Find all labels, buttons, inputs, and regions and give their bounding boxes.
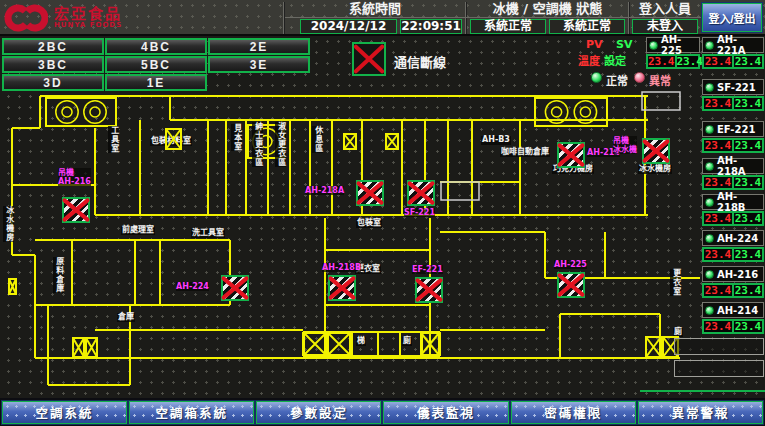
empty-slot xyxy=(674,338,764,355)
sv-value: 23.4 xyxy=(732,177,762,188)
room-label: 咖啡自動倉庫 xyxy=(500,148,550,157)
comm-loss-label: 通信斷線 xyxy=(394,52,446,71)
pv-label: PV xyxy=(586,38,603,51)
comm-loss-icon xyxy=(352,42,386,76)
room-label: 休息區 xyxy=(312,126,323,153)
room-label: 冰水機房 xyxy=(638,165,672,174)
equipment-panel-ah-214[interactable]: AH-214 xyxy=(702,302,764,318)
status-led-icon xyxy=(705,306,714,315)
company-logo: 宏亞食品 HUNYA FOODS xyxy=(4,1,254,35)
room-label: 更衣室 xyxy=(670,269,681,296)
ahu-unit-offline-icon[interactable] xyxy=(407,180,435,206)
floor-button-4bc[interactable]: 4BC xyxy=(105,38,207,55)
equipment-values: 23.423.4 xyxy=(702,247,764,262)
ahu-unit-offline-icon[interactable] xyxy=(328,275,356,301)
room-label: 見本室 xyxy=(231,124,242,151)
pv-value: 23.4 xyxy=(704,213,732,224)
equipment-values: 23.423.4 xyxy=(702,283,764,298)
ahu-unit-label: AH-218B xyxy=(322,263,361,272)
ahu-unit-offline-icon[interactable] xyxy=(62,197,90,223)
ahu-unit-offline-icon[interactable] xyxy=(415,277,443,303)
equipment-values: 23.423.4 xyxy=(702,175,764,190)
sv-label: SV xyxy=(616,38,632,51)
top-header: 宏亞食品 HUNYA FOODS 系統時間 2024/12/12 22:09:5… xyxy=(0,0,765,36)
room-label: 廁 xyxy=(402,337,412,346)
status-led-icon xyxy=(705,41,714,50)
equipment-name: AH-218B xyxy=(717,191,761,213)
floor-nav: 2BC4BC2E3BC5BC3E3D1E xyxy=(2,38,310,91)
ahu-unit-label: AH-224 xyxy=(176,282,209,291)
pv-value: 23.4 xyxy=(704,56,732,67)
pv-value: 23.4 xyxy=(648,56,675,67)
floor-button-2bc[interactable]: 2BC xyxy=(2,38,104,55)
login-user-title: 登入人員 xyxy=(628,1,702,16)
ahu-unit-offline-icon[interactable] xyxy=(221,275,249,301)
room-label: 紳士更衣區 xyxy=(252,122,263,167)
equipment-panel-ah-218a[interactable]: AH-218A xyxy=(702,158,764,174)
equipment-values: 23.423.4 xyxy=(702,138,764,153)
pv-value: 23.4 xyxy=(704,140,732,151)
stairs-icon xyxy=(645,336,662,358)
stairs-icon xyxy=(420,332,440,356)
stairs-icon xyxy=(8,278,17,295)
status-led-icon xyxy=(649,41,658,50)
hmi-screen: 工具室包裝材料室見本室紳士更衣區淑女更衣區休息區AH-B3咖啡自動倉庫巧克力機房… xyxy=(0,0,765,426)
bottom-nav-[interactable]: 參數設定 xyxy=(256,401,381,424)
equipment-panel-ah-221a[interactable]: AH-221A xyxy=(702,37,764,53)
equipment-name: AH-225 xyxy=(661,34,697,56)
ahu-unit-offline-icon[interactable] xyxy=(557,272,585,298)
floor-button-2e[interactable]: 2E xyxy=(208,38,310,55)
equipment-panel-ah-224[interactable]: AH-224 xyxy=(702,230,764,246)
floor-button-1e[interactable]: 1E xyxy=(105,74,207,91)
ahu-unit-offline-icon[interactable] xyxy=(557,142,585,168)
equipment-panel-ah-225[interactable]: AH-225 xyxy=(646,37,700,53)
equipment-panel-sf-221[interactable]: SF-221 xyxy=(702,79,764,95)
bottom-nav-[interactable]: 密碼權限 xyxy=(511,401,636,424)
sv-value: 23.4 xyxy=(732,140,762,151)
pv-value: 23.4 xyxy=(704,321,732,332)
spiral-stair-icon xyxy=(535,98,607,126)
equipment-panel-ah-216[interactable]: AH-216 xyxy=(702,266,764,282)
ahu-unit-label: 吊機 冰水機 xyxy=(613,136,637,154)
bottom-bar: 空調系統空調箱系統參數設定儀表監視密碼權限異常警報 xyxy=(0,398,765,426)
ahu-unit-label: 吊機 AH-216 xyxy=(58,168,91,186)
equipment-panel-ef-221[interactable]: EF-221 xyxy=(702,121,764,137)
equipment-values: 23.423.4 xyxy=(702,319,764,334)
ahu-unit-offline-icon[interactable] xyxy=(356,180,384,206)
room-label: 工具室 xyxy=(108,126,119,153)
bottom-nav-[interactable]: 空調系統 xyxy=(2,401,127,424)
equipment-values: 23.423.4 xyxy=(646,54,700,69)
bottom-nav-[interactable]: 儀表監視 xyxy=(383,401,508,424)
status-led-icon xyxy=(705,234,714,243)
status-led-icon xyxy=(705,270,714,279)
bottom-nav-[interactable]: 異常警報 xyxy=(638,401,763,424)
equipment-name: AH-224 xyxy=(717,233,758,244)
header-rule xyxy=(285,17,763,18)
stairs-icon xyxy=(343,133,357,150)
system-date-value: 2024/12/12 xyxy=(300,19,397,34)
system-time-value: 22:09:51 xyxy=(400,19,462,34)
stairs-icon xyxy=(85,337,98,358)
floor-button-5bc[interactable]: 5BC xyxy=(105,56,207,73)
equipment-name: AH-214 xyxy=(717,305,758,316)
chiller-status-value: 系統正常 xyxy=(470,19,546,34)
equipment-name: AH-218A xyxy=(717,155,761,177)
floor-button-3d[interactable]: 3D xyxy=(2,74,104,91)
ahu-unit-offline-icon[interactable] xyxy=(642,138,670,164)
bottom-nav-[interactable]: 空調箱系統 xyxy=(129,401,254,424)
pv-value: 23.4 xyxy=(704,285,732,296)
ahu-status-value: 系統正常 xyxy=(549,19,625,34)
normal-led-icon xyxy=(591,72,602,83)
floor-button-3e[interactable]: 3E xyxy=(208,56,310,73)
stairs-icon xyxy=(72,337,85,358)
login-user-value: 未登入 xyxy=(632,19,698,34)
login-logout-button[interactable]: 登入/登出 xyxy=(702,3,762,32)
company-name-en: HUNYA FOODS xyxy=(54,22,122,29)
floor-button-3bc[interactable]: 3BC xyxy=(2,56,104,73)
sv-value: 23.4 xyxy=(732,249,762,260)
equipment-panel-ah-218b[interactable]: AH-218B xyxy=(702,194,764,210)
pv-value: 23.4 xyxy=(704,177,732,188)
room-label: 梯 xyxy=(356,337,366,346)
room-label: 淑女更衣區 xyxy=(275,122,286,167)
sv-value: 23.4 xyxy=(732,213,762,224)
